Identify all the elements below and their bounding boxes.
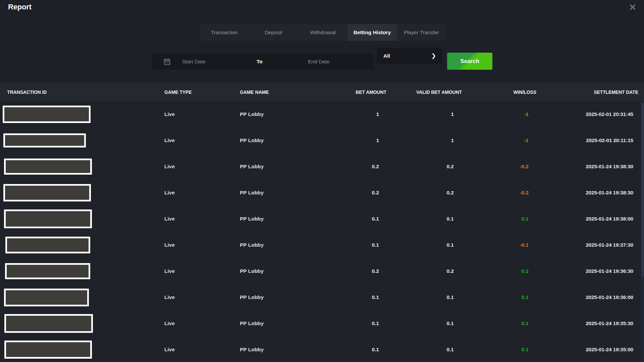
tab-bar: TransactionDepositWithdrawalBetting Hist… [200,24,446,41]
search-button[interactable]: Search [447,53,492,70]
transaction-id-cell [0,209,154,228]
end-date-input[interactable]: End Date [308,54,358,69]
redacted-transaction-id [3,133,86,147]
chevron-right-icon: ❯ [431,52,436,59]
bet-amount-cell: 1 [337,137,387,143]
redacted-transaction-id [4,209,92,228]
win-loss-cell: 0.1 [463,216,537,222]
transaction-id-cell [0,159,154,175]
game-name-cell: PP Lobby [230,294,337,300]
game-type-cell: Live [154,320,230,326]
valid-bet-amount-cell: 0.1 [387,216,463,222]
settlement-date-cell: 2025-01-24 19:36:00 [537,294,644,300]
bet-amount-cell: 0.2 [337,190,387,196]
start-date-input[interactable]: Start Date [182,54,243,69]
game-type-dropdown[interactable]: All ❯ [377,48,442,64]
settlement-date-cell: 2025-01-24 19:38:00 [537,216,644,222]
game-name-cell: PP Lobby [230,137,337,143]
transaction-id-cell [0,263,154,279]
redacted-transaction-id [4,289,89,306]
bet-amount-cell: 1 [337,111,387,117]
valid-bet-amount-cell: 0.1 [387,320,463,326]
column-header: VALID BET AMOUNT [387,89,463,95]
win-loss-cell: 0.2 [463,268,537,274]
valid-bet-amount-cell: 0.2 [387,190,463,196]
bet-amount-cell: 0.1 [337,294,387,300]
settlement-date-cell: 2025-02-01 20:31:45 [537,111,644,117]
date-range-picker: Start Date To End Date [152,54,373,69]
tab-betting-history[interactable]: Betting History [347,24,397,41]
win-loss-cell: 0.1 [463,320,537,326]
bet-amount-cell: 0.1 [337,320,387,326]
transaction-id-cell [0,133,154,147]
settlement-date-cell: 2025-01-24 19:37:30 [537,242,644,248]
game-type-cell: Live [154,164,230,170]
game-name-cell: PP Lobby [230,216,337,222]
win-loss-cell: 0.1 [463,294,537,300]
redacted-transaction-id [4,314,93,333]
table-row: Live PP Lobby 1 1 -1 2025-02-01 20:11:15 [0,127,644,154]
transaction-id-cell [0,237,154,253]
column-header: BET AMOUNT [337,89,387,95]
win-loss-cell: -1 [463,137,537,143]
valid-bet-amount-cell: 0.1 [387,347,463,353]
game-name-cell: PP Lobby [230,164,337,170]
game-type-cell: Live [154,111,230,117]
table-row: Live PP Lobby 0.2 0.2 -0.2 2025-01-24 19… [0,180,644,206]
tab-withdrawal[interactable]: Withdrawal [298,24,347,41]
column-header: SETTLEMENT DATE [537,89,644,95]
game-type-cell: Live [154,294,230,300]
page-title: Report [8,3,32,11]
game-type-cell: Live [154,216,230,222]
game-name-cell: PP Lobby [230,190,337,196]
column-header: WIN/LOSS [463,89,537,95]
redacted-transaction-id [5,263,90,279]
redacted-transaction-id [3,184,91,201]
bet-amount-cell: 0.2 [337,164,387,170]
betting-history-table: TRANSACTION IDGAME TYPEGAME NAMEBET AMOU… [0,83,644,362]
game-type-dropdown-value: All [383,53,390,59]
redacted-transaction-id [5,237,90,253]
win-loss-cell: -0.1 [463,242,537,248]
valid-bet-amount-cell: 0.1 [387,294,463,300]
game-type-cell: Live [154,190,230,196]
transaction-id-cell [0,289,154,306]
win-loss-cell: -1 [463,111,537,117]
game-type-cell: Live [154,268,230,274]
tab-player-transfer[interactable]: Player Transfer [397,24,446,41]
settlement-date-cell: 2025-01-24 19:35:00 [537,347,644,353]
calendar-icon [163,58,171,65]
redacted-transaction-id [4,159,92,175]
column-header: GAME TYPE [154,89,230,95]
date-range-to-label: To [257,54,263,69]
game-type-cell: Live [154,242,230,248]
table-row: Live PP Lobby 0.1 0.1 0.1 2025-01-24 19:… [0,284,644,310]
game-type-cell: Live [154,347,230,353]
game-name-cell: PP Lobby [230,111,337,117]
scrollbar[interactable] [641,102,644,362]
transaction-id-cell [0,341,154,359]
close-icon[interactable]: ✕ [627,1,639,13]
settlement-date-cell: 2025-01-24 19:36:30 [537,268,644,274]
valid-bet-amount-cell: 0.2 [387,164,463,170]
column-header: GAME NAME [230,89,337,95]
tab-deposit[interactable]: Deposit [249,24,298,41]
game-type-cell: Live [154,137,230,143]
bet-amount-cell: 0.2 [337,268,387,274]
game-name-cell: PP Lobby [230,242,337,248]
bet-amount-cell: 0.1 [337,347,387,353]
tab-transaction[interactable]: Transaction [200,24,249,41]
transaction-id-cell [0,184,154,201]
table-row: Live PP Lobby 0.1 0.1 -0.1 2025-01-24 19… [0,232,644,258]
game-name-cell: PP Lobby [230,320,337,326]
win-loss-cell: -0.2 [463,190,537,196]
scrollbar-thumb[interactable] [641,103,644,277]
table-body: Live PP Lobby 1 1 -1 2025-02-01 20:31:45… [0,101,644,362]
transaction-id-cell [0,314,154,333]
game-name-cell: PP Lobby [230,268,337,274]
valid-bet-amount-cell: 1 [387,111,463,117]
transaction-id-cell [0,106,154,123]
settlement-date-cell: 2025-01-24 19:35:30 [537,320,644,326]
table-row: Live PP Lobby 0.1 0.1 0.1 2025-01-24 19:… [0,337,644,362]
win-loss-cell: 0.1 [463,347,537,353]
